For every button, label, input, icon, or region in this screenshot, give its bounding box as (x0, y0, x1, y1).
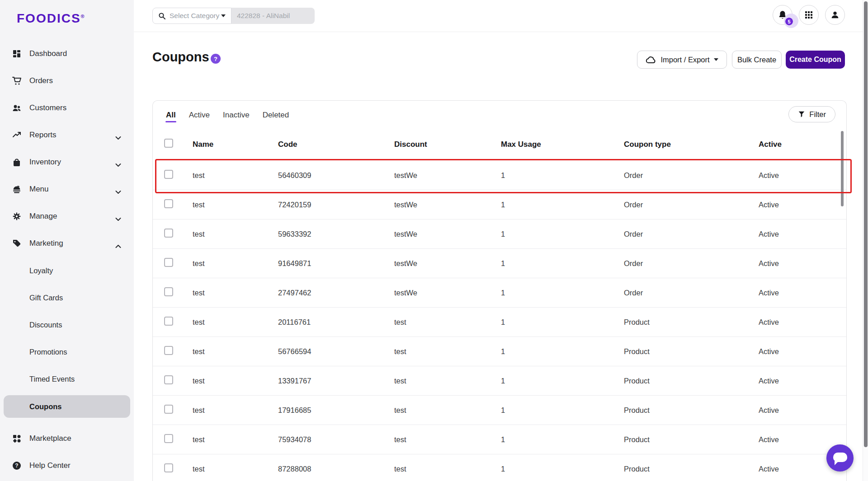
row-checkbox[interactable] (164, 463, 173, 472)
bulk-create-button[interactable]: Bulk Create (732, 51, 782, 69)
sidebar: FOODICS® Dashboard Orders Customers Repo… (0, 0, 134, 481)
cell-max-usage: 1 (501, 171, 624, 180)
table-row[interactable]: test20116761test1ProductActive (153, 308, 846, 337)
cell-active: Active (759, 171, 846, 180)
coupons-card: All Active Inactive Deleted Filter Name … (152, 100, 847, 481)
sidebar-item-help-center[interactable]: ? Help Center (0, 452, 134, 479)
cell-name: test (193, 289, 278, 297)
table-row[interactable]: test56460309testWe1OrderActive (153, 161, 846, 190)
window-scrollbar[interactable] (863, 0, 868, 481)
sidebar-item-marketplace[interactable]: Marketplace (0, 425, 134, 452)
row-checkbox[interactable] (164, 317, 173, 326)
tab-deleted[interactable]: Deleted (262, 103, 290, 126)
cell-coupon-type: Product (624, 435, 759, 444)
tab-inactive[interactable]: Inactive (222, 103, 250, 126)
sidebar-item-reports[interactable]: Reports (0, 121, 134, 149)
gear-icon (12, 211, 22, 221)
sidebar-item-timed-events[interactable]: Timed Events (0, 365, 134, 392)
chat-bubble-icon (833, 453, 847, 462)
cell-max-usage: 1 (501, 289, 624, 297)
table-row[interactable]: test17916685test1ProductActive (153, 396, 846, 425)
sidebar-item-inventory[interactable]: Inventory (0, 149, 134, 176)
sidebar-item-loyalty[interactable]: Loyalty (0, 257, 134, 284)
person-icon (830, 10, 840, 20)
select-all-checkbox[interactable] (164, 139, 173, 148)
cell-coupon-type: Product (624, 406, 759, 415)
cell-max-usage: 1 (501, 347, 624, 356)
cell-active: Active (759, 377, 846, 385)
table-row[interactable]: test75934078test1ProductActive (153, 425, 846, 454)
sidebar-item-marketing[interactable]: Marketing (0, 230, 134, 257)
sidebar-item-manage[interactable]: Manage (0, 203, 134, 230)
column-header-code: Code (278, 140, 394, 149)
row-checkbox[interactable] (164, 434, 173, 443)
table-row[interactable]: test87288008test1ProductActive (153, 454, 846, 481)
create-coupon-button[interactable]: Create Coupon (786, 51, 845, 69)
tab-all[interactable]: All (165, 103, 176, 126)
sidebar-item-label: Customers (29, 103, 66, 112)
sidebar-item-dashboard[interactable]: Dashboard (0, 40, 134, 67)
cell-discount: testWe (394, 289, 501, 297)
help-icon[interactable]: ? (211, 54, 221, 64)
chevron-down-icon (115, 215, 121, 219)
row-checkbox[interactable] (164, 405, 173, 414)
sidebar-item-customers[interactable]: Customers (0, 94, 134, 121)
sidebar-item-label: Menu (29, 185, 49, 194)
sidebar-item-orders[interactable]: Orders (0, 67, 134, 94)
sidebar-item-label: Orders (29, 76, 53, 85)
sidebar-item-gift-cards[interactable]: Gift Cards (0, 284, 134, 311)
cell-discount: test (394, 318, 501, 327)
table-row[interactable]: test56766594test1ProductActive (153, 337, 846, 366)
search-group: Select Category (152, 8, 315, 24)
cell-name: test (193, 230, 278, 238)
table-row[interactable]: test91649871testWe1OrderActive (153, 249, 846, 278)
cell-max-usage: 1 (501, 259, 624, 268)
sidebar-item-label: Marketing (29, 239, 63, 248)
cell-discount: testWe (394, 171, 501, 180)
row-checkbox[interactable] (164, 199, 173, 208)
tab-active[interactable]: Active (189, 103, 210, 126)
account-button[interactable] (825, 5, 845, 25)
sidebar-item-menu[interactable]: Menu (0, 176, 134, 203)
chat-widget-button[interactable] (826, 444, 854, 472)
row-checkbox[interactable] (164, 170, 173, 179)
sidebar-item-discounts[interactable]: Discounts (0, 311, 134, 338)
chevron-down-icon (221, 14, 226, 17)
sidebar-item-coupons[interactable]: Coupons (4, 395, 130, 418)
table-scrollbar-thumb[interactable] (841, 131, 844, 206)
category-selector-label: Select Category (170, 12, 221, 20)
cell-name: test (193, 377, 278, 385)
category-selector[interactable]: Select Category (152, 8, 231, 24)
column-header-coupon-type: Coupon type (624, 140, 759, 149)
apps-grid-button[interactable] (799, 5, 819, 25)
row-checkbox[interactable] (164, 287, 173, 296)
row-checkbox[interactable] (164, 346, 173, 355)
row-checkbox[interactable] (164, 258, 173, 267)
table-row[interactable]: test59633392testWe1OrderActive (153, 219, 846, 249)
cell-name: test (193, 318, 278, 327)
table-row[interactable]: test27497462testWe1OrderActive (153, 278, 846, 308)
search-input[interactable] (231, 8, 315, 24)
row-checkbox[interactable] (164, 229, 173, 238)
tag-icon (12, 238, 22, 248)
filter-button[interactable]: Filter (788, 106, 835, 122)
import-export-button[interactable]: Import / Export (637, 51, 727, 69)
cell-code: 20116761 (278, 318, 394, 327)
cell-active: Active (759, 435, 846, 444)
cell-discount: testWe (394, 201, 501, 209)
cell-active: Active (759, 318, 846, 327)
foodics-logo[interactable]: FOODICS® (17, 11, 85, 26)
window-scrollbar-thumb[interactable] (864, 1, 868, 447)
filter-label: Filter (809, 110, 826, 119)
cell-discount: testWe (394, 259, 501, 268)
cell-discount: test (394, 377, 501, 385)
table-row[interactable]: test72420159testWe1OrderActive (153, 190, 846, 219)
sidebar-item-promotions[interactable]: Promotions (0, 338, 134, 365)
sidebar-item-label: Marketplace (29, 434, 71, 443)
row-checkbox[interactable] (164, 375, 173, 384)
chevron-up-icon (115, 242, 121, 246)
table-row[interactable]: test13391767test1ProductActive (153, 366, 846, 396)
cell-code: 72420159 (278, 201, 394, 209)
column-header-active: Active (759, 140, 846, 149)
cell-coupon-type: Order (624, 289, 759, 297)
